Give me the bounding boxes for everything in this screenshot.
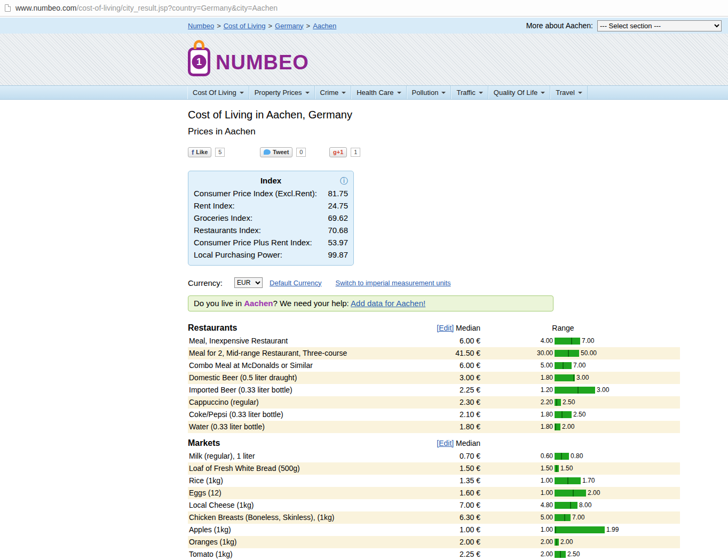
range-cell: 1.00 1.99 [523, 524, 619, 536]
nav-menu-item[interactable]: Quality Of Life [488, 86, 550, 99]
contribute-middle: ? We need your help: [273, 299, 349, 308]
breadcrumb-link[interactable]: Cost of Living [224, 22, 266, 30]
range-low: 1.00 [523, 475, 553, 487]
index-row: Groceries Index: 69.62 [194, 212, 348, 224]
table-row: Eggs (12) 1.60 € 1.00 2.00 [188, 487, 680, 499]
nav-menu-label: Property Prices [255, 89, 302, 97]
section-title: Restaurants [188, 323, 237, 332]
median-price: 6.00 € [412, 359, 480, 372]
nav-menu-item[interactable]: Property Prices [249, 86, 315, 99]
more-about-group: More about Aachen: --- Select section --… [526, 18, 722, 34]
table-row: Water (0.33 liter bottle) 1.80 € 1.80 2.… [188, 421, 680, 433]
nav-menu-item[interactable]: Pollution [407, 86, 452, 99]
index-value: 69.62 [328, 212, 348, 224]
table-row: Milk (regular), 1 liter 0.70 € 0.60 0.80 [188, 450, 680, 462]
index-row: Consumer Price Index (Excl.Rent): 81.75 [194, 187, 348, 199]
median-price: 6.30 € [412, 511, 480, 524]
nav-menu-item[interactable]: Travel [550, 86, 588, 99]
index-box: Index ⓘ Consumer Price Index (Excl.Rent)… [188, 171, 354, 266]
range-bar [555, 453, 569, 460]
breadcrumb-link[interactable]: Germany [275, 22, 303, 30]
range-low: 1.80 [523, 409, 553, 421]
item-name: Meal, Inexpensive Restaurant [188, 337, 288, 345]
index-value: 99.87 [328, 249, 348, 261]
nav-menu-item[interactable]: Cost Of Living [187, 86, 249, 99]
url-text[interactable]: www.numbeo.com/cost-of-living/city_resul… [15, 4, 278, 12]
range-bar [555, 502, 577, 509]
facebook-like-group: f Like 5 [188, 147, 260, 157]
like-count: 5 [215, 148, 225, 157]
item-name: Meal for 2, Mid-range Restaurant, Three-… [188, 349, 347, 357]
range-bar [555, 423, 560, 430]
tweet-group: Tweet 0 [260, 147, 329, 157]
range-high: 2.00 [588, 487, 600, 499]
nav-menu-item[interactable]: Health Care [351, 86, 406, 99]
item-name: Domestic Beer (0.5 liter draught) [188, 373, 297, 382]
site-header: 1 NUMBEO [0, 34, 728, 85]
range-low: 4.00 [523, 335, 553, 347]
nav-menu-item[interactable]: Crime [315, 86, 352, 99]
range-low: 2.00 [523, 536, 553, 548]
breadcrumb-separator: > [306, 22, 311, 30]
info-icon[interactable]: ⓘ [340, 174, 348, 187]
range-cell: 4.00 7.00 [523, 335, 594, 347]
item-name: Loaf of Fresh White Bread (500g) [188, 464, 300, 473]
range-cell: 1.20 3.00 [523, 384, 609, 396]
range-high: 2.50 [567, 548, 580, 560]
range-cell: 2.00 2.50 [523, 548, 580, 560]
currency-label: Currency: [188, 278, 223, 287]
price-table: Restaurants [Edit] Median Range Meal, In… [188, 321, 680, 560]
currency-select[interactable]: EUR [234, 277, 263, 288]
browser-address-bar: www.numbeo.com/cost-of-living/city_resul… [0, 0, 728, 17]
nav-menu-label: Quality Of Life [494, 89, 537, 97]
facebook-like-button[interactable]: f Like [188, 147, 211, 157]
range-bar [555, 465, 559, 472]
markets-rows: Milk (regular), 1 liter 0.70 € 0.60 0.80… [188, 450, 680, 560]
edit-link[interactable]: [Edit] [437, 324, 454, 332]
numbeo-logo[interactable]: 1 NUMBEO [188, 42, 309, 76]
edit-link[interactable]: [Edit] [437, 439, 454, 447]
range-low: 2.20 [523, 396, 553, 409]
range-high: 1.70 [582, 475, 595, 487]
item-name: Imported Beer (0.33 liter bottle) [188, 386, 292, 394]
item-name: Rice (1kg) [188, 476, 223, 485]
median-price: 0.70 € [412, 450, 480, 462]
median-line [577, 387, 579, 394]
index-box-header: Index ⓘ [194, 174, 348, 187]
breadcrumb: Numbeo> Cost of Living> Germany> Aachen> [188, 22, 343, 30]
range-high: 8.00 [579, 499, 591, 511]
breadcrumb-link[interactable]: Aachen [313, 22, 336, 30]
breadcrumb-link[interactable]: Numbeo [188, 22, 214, 30]
chevron-down-icon [342, 92, 346, 94]
nav-menu-label: Pollution [412, 89, 439, 97]
median-price: 1.60 € [412, 487, 480, 499]
chevron-down-icon [240, 92, 244, 94]
range-low: 1.50 [523, 462, 553, 475]
imperial-units-link[interactable]: Switch to imperial measurement units [336, 279, 451, 287]
range-high: 7.00 [572, 511, 584, 524]
tweet-count: 0 [296, 148, 306, 157]
range-bar [555, 526, 605, 533]
median-line [573, 374, 574, 381]
add-data-link[interactable]: Add data for Aachen! [351, 299, 425, 308]
table-row: Local Cheese (1kg) 7.00 € 4.80 8.00 [188, 499, 680, 511]
median-line [555, 423, 556, 430]
table-row: Meal, Inexpensive Restaurant 6.00 € 4.00… [188, 335, 680, 347]
median-price: 6.00 € [412, 335, 480, 347]
item-name: Chicken Breasts (Boneless, Skinless), (1… [188, 513, 334, 522]
main-nav: Cost Of Living Property Prices Crime Hea… [0, 85, 728, 100]
median-line [556, 465, 557, 472]
range-low: 5.00 [523, 511, 553, 524]
index-row: Consumer Price Plus Rent Index: 53.97 [194, 236, 348, 249]
tweet-button[interactable]: Tweet [260, 147, 292, 157]
default-currency-link[interactable]: Default Currency [270, 279, 322, 287]
index-label: Consumer Price Plus Rent Index: [194, 236, 312, 249]
section-select[interactable]: --- Select section --- [597, 20, 722, 31]
median-label: Median [456, 439, 480, 447]
median-label: Median [456, 324, 480, 332]
nav-menu-item[interactable]: Traffic [451, 86, 488, 99]
range-low: 1.00 [523, 524, 553, 536]
range-high: 7.00 [573, 359, 585, 372]
gplus-button[interactable]: g+1 [329, 147, 347, 157]
range-low: 5.00 [523, 359, 553, 372]
